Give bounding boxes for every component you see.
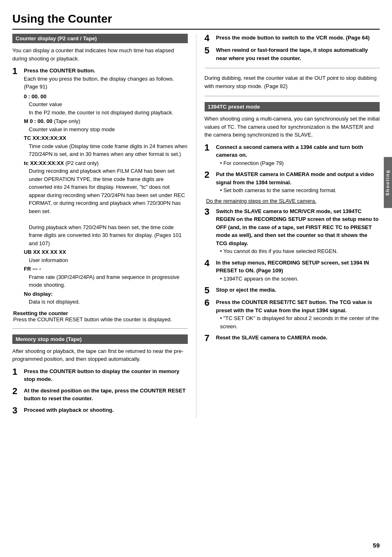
step-bullet: Set both cameras to the same recording f… (220, 186, 380, 195)
resetting-section: Resetting the counter Press the COUNTER … (13, 310, 188, 323)
step-bullet: You cannot do this if you have selected … (220, 247, 380, 255)
code-label-4: tc XX:XX:XX:XX (P2 card only) (24, 159, 188, 167)
step-counter-1: 1 Press the COUNTER button. Each time yo… (12, 67, 188, 306)
step-title: Connect a second camera with a 1394 cabl… (216, 144, 363, 158)
step-num: 3 (12, 406, 21, 415)
section-1394-intro: When shooting using a multi-camera, you … (205, 115, 380, 139)
step-text: Press the COUNTER button to display the … (24, 367, 188, 383)
code-desc-4: During recording and playback when FILM … (29, 167, 188, 247)
section-counter-intro: You can display a counter that indicates… (12, 46, 188, 63)
code-block: 0 : 00. 00 Counter valueIn the P2 mode, … (24, 93, 188, 306)
section-memory-intro: After shooting or playback, the tape can… (12, 347, 188, 363)
code-desc-7: Data is not displayed. (29, 298, 188, 306)
step-memory-2: 2 At the desired position on the tape, p… (12, 387, 188, 403)
code-label-1: 0 : 00. 00 (24, 93, 188, 101)
slave-note-text: Do the remaining steps on the SLAVE came… (206, 198, 317, 204)
code-desc-2: Counter value in memory stop mode (29, 125, 188, 134)
step-num: 5 (205, 46, 214, 55)
step-1394-4: 4 In the setup menus, RECORDING SETUP sc… (205, 259, 380, 283)
step-title: Put the MASTER camera in CAMERA mode and… (216, 171, 374, 186)
step-1394-6: 6 Press the COUNTER RESET/TC SET button.… (205, 298, 380, 330)
step-num: 7 (205, 334, 214, 343)
step-bullet: "TC SET OK" is displayed for about 2 sec… (220, 314, 380, 330)
step-num: 2 (205, 170, 214, 179)
step-num: 4 (205, 259, 214, 268)
step-top-4: 4 Press the mode button to switch to the… (205, 34, 380, 43)
step-title: Stop or eject the media. (216, 287, 277, 293)
step-num: 4 (205, 34, 214, 43)
step-1394-2: 2 Put the MASTER camera in CAMERA mode a… (205, 170, 380, 195)
step-num: 1 (12, 67, 21, 76)
step-title: Press the COUNTER button. (24, 67, 95, 74)
step-memory-1: 1 Press the COUNTER button to display th… (12, 367, 188, 383)
step-title: Switch the SLAVE camera to MCR/VCR mode,… (216, 208, 379, 246)
step-body: Each time you press the button, the disp… (24, 76, 174, 90)
step-bullet: For connection (Page 79) (220, 159, 380, 167)
right-column: Shooting 4 Press the mode button to swit… (196, 34, 380, 418)
resetting-body: Press the COUNTER RESET button while the… (13, 316, 188, 323)
page-title: Using the Counter (12, 12, 380, 30)
code-label-2: M 0 : 00. 00 (Tape only) (24, 117, 188, 125)
step-1394-1: 1 Connect a second camera with a 1394 ca… (205, 143, 380, 167)
step-top-5: 5 When rewind or fast-forward the tape, … (205, 46, 380, 62)
step-num: 2 (12, 387, 21, 396)
shooting-tab: Shooting (384, 157, 392, 208)
step-text: At the desired position on the tape, pre… (24, 387, 188, 403)
step-bullet: 1394TC appears on the screen. (220, 275, 380, 283)
section-counter-header: Counter display (P2 card / Tape) (12, 34, 188, 43)
code-desc-6: Frame rate (30P/24P/24PA) and frame sequ… (29, 273, 188, 289)
step-num: 1 (205, 143, 214, 152)
step-1394-3: 3 Switch the SLAVE camera to MCR/VCR mod… (205, 207, 380, 255)
step-title: Press the COUNTER RESET/TC SET button. T… (216, 299, 372, 313)
step-num: 6 (205, 298, 214, 307)
slave-note: Do the remaining steps on the SLAVE came… (206, 198, 380, 204)
step-text: Press the mode button to switch to the V… (216, 34, 380, 42)
left-column: Counter display (P2 card / Tape) You can… (12, 34, 188, 418)
step-num: 1 (12, 367, 21, 376)
step-title: In the setup menus, RECORDING SETUP scre… (216, 260, 369, 274)
code-label-7: No display: (24, 290, 188, 298)
step-text: Proceed with playback or shooting. (24, 406, 188, 414)
step-1394-5: 5 Stop or eject the media. (205, 286, 380, 295)
resetting-title: Resetting the counter (13, 310, 188, 316)
code-label-6: FR --- - (24, 265, 188, 273)
code-desc-1: Counter valueIn the P2 mode, the counter… (29, 100, 188, 116)
step-num: 5 (205, 286, 214, 295)
step-1394-7: 7 Reset the SLAVE camera to CAMERA mode. (205, 334, 380, 343)
dubbing-note: During dubbing, reset the counter value … (205, 74, 380, 90)
section-memory-header: Memory stop mode (Tape) (12, 334, 188, 344)
step-num: 3 (205, 207, 214, 216)
step-title: Reset the SLAVE camera to CAMERA mode. (216, 334, 328, 341)
step-memory-3: 3 Proceed with playback or shooting. (12, 406, 188, 415)
step-text: When rewind or fast-forward the tape, it… (216, 46, 380, 62)
code-desc-3: Time code value (Display time code frame… (29, 142, 188, 158)
code-label-5: UB XX XX XX XX (24, 248, 188, 256)
code-desc-5: User information (29, 256, 188, 265)
page-number: 59 (373, 542, 380, 549)
code-label-3: TC XX:XX:XX:XX (24, 134, 188, 142)
section-1394-header: 1394TC preset mode (205, 102, 380, 111)
